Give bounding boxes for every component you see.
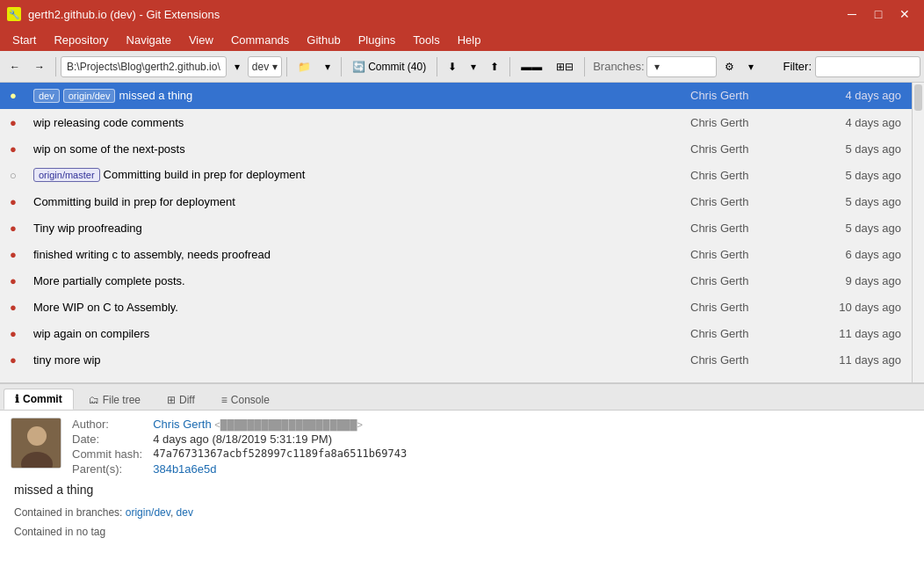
view-toggle-1[interactable]: ▬▬ xyxy=(515,55,548,79)
menu-tools[interactable]: Tools xyxy=(404,32,448,48)
gear-icon: ⚙ xyxy=(725,61,734,73)
tab-console[interactable]: ≡ Console xyxy=(210,389,281,410)
commit-meta-grid: Author: Chris Gerth <███████████████████… xyxy=(72,418,407,476)
commit-row[interactable]: ●More partially complete posts.Chris Ger… xyxy=(0,267,912,294)
commit-author-cell: Chris Gerth xyxy=(683,162,806,188)
commit-row[interactable]: ●More WIP on C to Assembly.Chris Gerth10… xyxy=(0,294,912,320)
commit-date-cell: 4 days ago xyxy=(806,83,912,109)
branch-link-2[interactable]: dev xyxy=(177,506,193,519)
tab-commit[interactable]: ℹ Commit xyxy=(4,389,74,410)
menu-help[interactable]: Help xyxy=(449,32,490,48)
commit-row[interactable]: ●Tiny wip proofreadingChris Gerth5 days … xyxy=(0,214,912,241)
filter-area: Filter: xyxy=(783,56,921,77)
branch-badge: dev xyxy=(33,89,60,103)
menu-start[interactable]: Start xyxy=(4,32,45,48)
author-value: Chris Gerth <████████████████████> xyxy=(153,418,407,431)
branch-badge: origin/master xyxy=(33,168,100,182)
commit-date-cell: 4 days ago xyxy=(806,109,912,135)
author-link[interactable]: Chris Gerth xyxy=(153,418,211,431)
repo-icon: 📁 xyxy=(298,61,311,73)
parent-link[interactable]: 384b1a6e5d xyxy=(153,462,216,476)
window-title: gerth2.github.io (dev) - Git Extensions xyxy=(28,8,220,21)
commit-message-cell: wip on some of the next-posts xyxy=(26,135,683,162)
pull-button[interactable]: ⬇ xyxy=(442,55,463,79)
commit-list-wrapper: ●devorigin/devmissed a thingChris Gerth4… xyxy=(0,83,924,382)
close-button[interactable]: ✕ xyxy=(892,2,917,26)
hash-label: Commit hash: xyxy=(72,447,142,461)
maximize-button[interactable]: □ xyxy=(866,2,891,26)
repo-path[interactable]: B:\Projects\Blog\gerth2.github.io\ xyxy=(61,56,227,77)
commit-row[interactable]: ●Committing build in prep for deployment… xyxy=(0,188,912,214)
commit-author-cell: Chris Gerth xyxy=(683,241,806,267)
toolbar-dropdown-btn[interactable]: ▾ xyxy=(319,55,336,79)
menu-repository[interactable]: Repository xyxy=(45,32,117,48)
app-icon: 🔧 xyxy=(7,7,21,21)
back-button[interactable]: ← xyxy=(4,55,26,79)
commit-message-cell: wip again on compilers xyxy=(26,320,683,346)
commit-row[interactable]: ●wip releasing code commentsChris Gerth4… xyxy=(0,109,912,135)
toolbar-separator-6 xyxy=(584,57,585,76)
commit-date-cell: 5 days ago xyxy=(806,214,912,241)
file-tree-icon: 🗂 xyxy=(89,394,99,406)
scrollbar-thumb[interactable] xyxy=(914,84,922,111)
parents-value: 384b1a6e5d xyxy=(153,462,407,476)
menu-github[interactable]: Github xyxy=(298,32,349,48)
commit-row[interactable]: ●wip again on compilersChris Gerth11 day… xyxy=(0,320,912,346)
pull-dropdown[interactable]: ▾ xyxy=(465,55,482,79)
forward-button[interactable]: → xyxy=(28,55,51,79)
commit-row[interactable]: ●finished writing c to assembly, needs p… xyxy=(0,241,912,267)
svg-point-1 xyxy=(27,426,47,446)
commit-author-cell: Chris Gerth xyxy=(683,188,806,214)
commit-row[interactable]: ●tiny more wipChris Gerth11 days ago xyxy=(0,346,912,373)
commit-icon: 🔄 xyxy=(352,61,365,73)
commit-message-cell: finished writing c to assembly, needs pr… xyxy=(26,241,683,267)
bottom-tabs: ℹ Commit 🗂 File tree ⊞ Diff ≡ Console xyxy=(0,384,924,411)
minimize-button[interactable]: ─ xyxy=(840,2,864,26)
settings-button[interactable]: ⚙ xyxy=(718,55,740,79)
menu-navigate[interactable]: Navigate xyxy=(118,32,180,48)
menu-plugins[interactable]: Plugins xyxy=(350,32,405,48)
push-button[interactable]: ⬆ xyxy=(484,55,505,79)
commit-date-cell: 11 days ago xyxy=(806,320,912,346)
commit-button[interactable]: 🔄 Commit (40) xyxy=(346,55,432,79)
commit-graph-cell: ● xyxy=(0,346,26,373)
commit-message-cell: devorigin/devmissed a thing xyxy=(26,83,683,109)
title-bar: 🔧 gerth2.github.io (dev) - Git Extension… xyxy=(0,0,924,28)
commit-message-cell: Tiny wip proofreading xyxy=(26,214,683,241)
bottom-panel: ℹ Commit 🗂 File tree ⊞ Diff ≡ Console xyxy=(0,382,924,567)
branch-link-1[interactable]: origin/dev xyxy=(126,506,170,519)
commit-list: ●devorigin/devmissed a thingChris Gerth4… xyxy=(0,83,912,382)
avatar-image xyxy=(11,418,61,469)
branch-name: dev xyxy=(252,61,269,73)
commit-graph-cell: ● xyxy=(0,83,26,109)
push-icon: ⬆ xyxy=(490,61,499,73)
toolbar: ← → B:\Projects\Blog\gerth2.github.io\ ▾… xyxy=(0,51,924,83)
menu-view[interactable]: View xyxy=(180,32,222,48)
filter-input[interactable] xyxy=(815,56,920,77)
menu-commands[interactable]: Commands xyxy=(222,32,298,48)
filter-label: Filter: xyxy=(783,60,812,73)
diff-label: Diff xyxy=(179,394,195,406)
window-controls: ─ □ ✕ xyxy=(840,2,917,26)
commit-graph-cell: ● xyxy=(0,267,26,294)
commit-graph-cell: ○ xyxy=(0,162,26,188)
toolbar-separator-3 xyxy=(341,57,342,76)
commit-avatar xyxy=(11,418,61,469)
path-dropdown[interactable]: ▾ xyxy=(228,55,246,79)
commit-scrollbar[interactable] xyxy=(912,83,924,382)
commit-author-cell: Chris Gerth xyxy=(683,346,806,373)
author-label: Author: xyxy=(72,418,142,431)
view-toggle-2[interactable]: ⊞⊟ xyxy=(550,55,580,79)
tab-file-tree[interactable]: 🗂 File tree xyxy=(77,389,152,410)
commit-row[interactable]: ●wip on some of the next-postsChris Gert… xyxy=(0,135,912,162)
branch-selector[interactable]: dev ▾ xyxy=(248,56,282,77)
repo-actions-button[interactable]: 📁 xyxy=(292,55,317,79)
settings-dropdown[interactable]: ▾ xyxy=(742,55,760,79)
commit-message-cell: origin/masterCommitting build in prep fo… xyxy=(26,162,683,188)
tab-diff[interactable]: ⊞ Diff xyxy=(155,389,206,410)
branches-dropdown-icon: ▾ xyxy=(654,61,660,73)
commit-row[interactable]: ●devorigin/devmissed a thingChris Gerth4… xyxy=(0,83,912,109)
branches-dropdown[interactable]: ▾ xyxy=(646,56,717,77)
commit-row[interactable]: ○origin/masterCommitting build in prep f… xyxy=(0,162,912,188)
commit-date-cell: 6 days ago xyxy=(806,241,912,267)
